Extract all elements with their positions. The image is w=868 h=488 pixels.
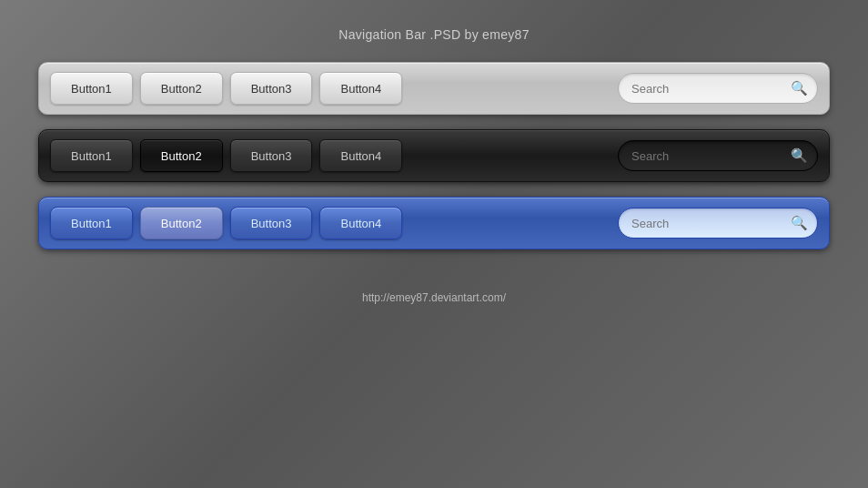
- footer-link: http://emey87.deviantart.com/: [362, 291, 506, 304]
- page-title: Navigation Bar .PSD by emey87: [338, 27, 529, 42]
- navbar-dark: Button1 Button2 Button3 Button4 🔍: [38, 129, 830, 182]
- navbar-blue: Button1 Button2 Button3 Button4 🔍: [38, 197, 830, 249]
- search-wrap-dark: 🔍: [618, 140, 818, 171]
- search-icon-light[interactable]: 🔍: [791, 80, 808, 97]
- nav-btn-light-4[interactable]: Button4: [319, 72, 402, 105]
- nav-btn-dark-2[interactable]: Button2: [140, 139, 223, 172]
- search-icon-blue[interactable]: 🔍: [791, 215, 808, 231]
- navbar-light: Button1 Button2 Button3 Button4 🔍: [38, 62, 830, 115]
- search-input-blue[interactable]: [631, 217, 791, 230]
- search-input-light[interactable]: [631, 82, 791, 96]
- search-wrap-light: 🔍: [618, 73, 818, 104]
- nav-btn-dark-4[interactable]: Button4: [319, 139, 402, 172]
- nav-btn-blue-3[interactable]: Button3: [230, 207, 313, 239]
- nav-btn-blue-4[interactable]: Button4: [319, 207, 402, 239]
- nav-btn-blue-1[interactable]: Button1: [50, 207, 133, 239]
- nav-btn-light-1[interactable]: Button1: [50, 72, 133, 105]
- search-wrap-blue: 🔍: [618, 208, 818, 239]
- nav-btn-dark-3[interactable]: Button3: [230, 139, 313, 172]
- nav-btn-light-3[interactable]: Button3: [230, 72, 313, 105]
- nav-btn-dark-1[interactable]: Button1: [50, 139, 133, 172]
- search-icon-dark[interactable]: 🔍: [791, 147, 808, 164]
- search-input-dark[interactable]: [631, 149, 791, 163]
- nav-btn-blue-2[interactable]: Button2: [140, 207, 223, 239]
- nav-btn-light-2[interactable]: Button2: [140, 72, 223, 105]
